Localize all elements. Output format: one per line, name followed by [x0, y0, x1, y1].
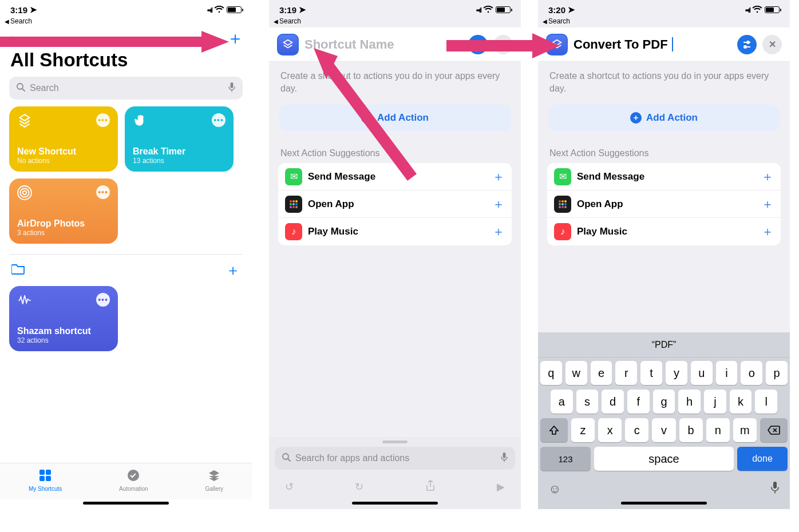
numbers-key[interactable]: 123	[540, 447, 591, 471]
tab-automation[interactable]: Automation	[119, 469, 148, 492]
drag-indicator[interactable]	[382, 440, 408, 443]
add-action-button[interactable]: ＋ Add Action	[548, 105, 780, 131]
shortcut-card[interactable]: ••• Break Timer 13 actions	[125, 106, 234, 172]
key-n[interactable]: n	[706, 418, 730, 442]
key-g[interactable]: g	[653, 390, 675, 414]
svg-point-30	[744, 46, 746, 48]
status-time: 3:19	[10, 5, 27, 15]
shortcut-app-icon[interactable]	[546, 34, 568, 55]
key-r[interactable]: r	[615, 361, 637, 385]
add-suggestion-button[interactable]: ＋	[492, 168, 505, 185]
back-to-search[interactable]: ◀ Search	[538, 17, 790, 27]
key-d[interactable]: d	[602, 390, 624, 414]
card-more-button[interactable]: •••	[212, 113, 226, 127]
suggestion-row[interactable]: ✉︎ Send Message ＋	[278, 163, 512, 190]
settings-button[interactable]	[737, 35, 757, 54]
card-title: Break Timer	[133, 146, 226, 157]
redo-button[interactable]: ↻	[355, 481, 363, 493]
home-indicator[interactable]	[352, 502, 438, 505]
backspace-key[interactable]	[760, 418, 788, 442]
editor-subtitle: Create a shortcut to actions you do in y…	[269, 62, 521, 102]
tab-gallery[interactable]: Gallery	[205, 469, 223, 492]
dictate-key[interactable]	[770, 481, 780, 497]
play-button[interactable]: ▶	[497, 481, 505, 493]
add-suggestion-button[interactable]: ＋	[761, 223, 774, 240]
key-p[interactable]: p	[766, 361, 788, 385]
key-q[interactable]: q	[540, 361, 562, 385]
svg-point-31	[559, 200, 561, 203]
shortcut-card[interactable]: ••• AirDrop Photos 3 actions	[9, 178, 118, 244]
space-key[interactable]: space	[594, 447, 734, 471]
suggestion-row[interactable]: ♪ Play Music ＋	[547, 218, 781, 245]
folder-icon[interactable]	[11, 263, 25, 278]
settings-button[interactable]	[468, 35, 488, 54]
back-to-search[interactable]: ◀ Search	[269, 17, 521, 27]
suggestion-label: Open App	[308, 198, 354, 210]
key-l[interactable]: l	[755, 390, 777, 414]
keyboard-suggestion[interactable]: “PDF”	[538, 332, 790, 358]
key-h[interactable]: h	[678, 390, 701, 414]
suggestion-row[interactable]: Open App ＋	[547, 190, 781, 218]
add-folder-button[interactable]: ＋	[226, 260, 240, 280]
shortcut-card[interactable]: ••• Shazam shortcut 32 actions	[9, 286, 118, 351]
actions-search-input[interactable]: Search for apps and actions	[275, 447, 515, 470]
shift-key[interactable]	[540, 418, 568, 442]
key-o[interactable]: o	[741, 361, 762, 385]
search-input[interactable]: Search	[9, 77, 243, 100]
key-k[interactable]: k	[730, 390, 752, 414]
key-b[interactable]: b	[679, 418, 703, 442]
add-suggestion-button[interactable]: ＋	[492, 223, 505, 240]
card-more-button[interactable]: •••	[96, 185, 110, 199]
back-to-search[interactable]: ◀ Search	[0, 17, 252, 27]
key-y[interactable]: y	[666, 361, 687, 385]
key-i[interactable]: i	[716, 361, 738, 385]
key-a[interactable]: a	[551, 390, 573, 414]
add-suggestion-button[interactable]: ＋	[492, 196, 505, 213]
key-m[interactable]: m	[733, 418, 757, 442]
page-title: All Shortcuts	[0, 47, 252, 77]
search-placeholder: Search for apps and actions	[295, 453, 409, 463]
status-bar: 3:20 ➤ ••ıl	[538, 0, 790, 17]
card-title: AirDrop Photos	[17, 219, 110, 229]
key-s[interactable]: s	[576, 390, 599, 414]
shortcut-name-input[interactable]: Convert To PDF	[573, 37, 731, 52]
suggestion-row[interactable]: ♪ Play Music ＋	[278, 218, 512, 245]
suggestion-row[interactable]: Open App ＋	[278, 190, 512, 218]
add-action-button[interactable]: ＋ Add Action	[279, 105, 511, 131]
shortcut-card[interactable]: ••• New Shortcut No actions	[9, 106, 118, 172]
key-c[interactable]: c	[625, 418, 648, 442]
tab-my-shortcuts[interactable]: My Shortcuts	[29, 469, 62, 492]
status-time: 3:19	[279, 5, 296, 15]
shortcut-name-input[interactable]: Shortcut Name	[304, 37, 462, 52]
add-suggestion-button[interactable]: ＋	[761, 168, 774, 185]
undo-button[interactable]: ↺	[285, 481, 294, 493]
suggestion-row[interactable]: ✉︎ Send Message ＋	[547, 163, 781, 190]
key-v[interactable]: v	[652, 418, 675, 442]
mic-icon[interactable]	[500, 452, 508, 464]
home-indicator[interactable]	[83, 502, 169, 505]
shortcut-app-icon[interactable]	[277, 34, 299, 55]
screen-all-shortcuts: 3:19 ➤ ••ıl ◀ Search ‹ ＋ All Shortcuts S…	[0, 0, 252, 509]
card-more-button[interactable]: •••	[96, 293, 110, 307]
key-e[interactable]: e	[591, 361, 612, 385]
back-chevron-icon[interactable]: ‹	[8, 30, 13, 47]
close-button[interactable]: ✕	[762, 35, 782, 54]
key-t[interactable]: t	[640, 361, 662, 385]
key-z[interactable]: z	[571, 418, 595, 442]
emoji-key[interactable]: ☺	[548, 482, 561, 497]
done-key[interactable]: done	[737, 447, 788, 471]
card-more-button[interactable]: •••	[96, 113, 110, 127]
mic-icon[interactable]	[228, 82, 236, 94]
home-indicator[interactable]	[621, 502, 707, 505]
key-j[interactable]: j	[704, 390, 726, 414]
add-suggestion-button[interactable]: ＋	[761, 196, 774, 213]
close-button[interactable]: ✕	[493, 35, 513, 54]
share-button[interactable]	[425, 480, 436, 494]
card-title: New Shortcut	[17, 146, 110, 157]
svg-line-25	[288, 459, 290, 461]
key-w[interactable]: w	[565, 361, 587, 385]
suggestion-label: Play Music	[308, 226, 358, 237]
key-f[interactable]: f	[627, 390, 650, 414]
key-u[interactable]: u	[691, 361, 713, 385]
key-x[interactable]: x	[598, 418, 622, 442]
